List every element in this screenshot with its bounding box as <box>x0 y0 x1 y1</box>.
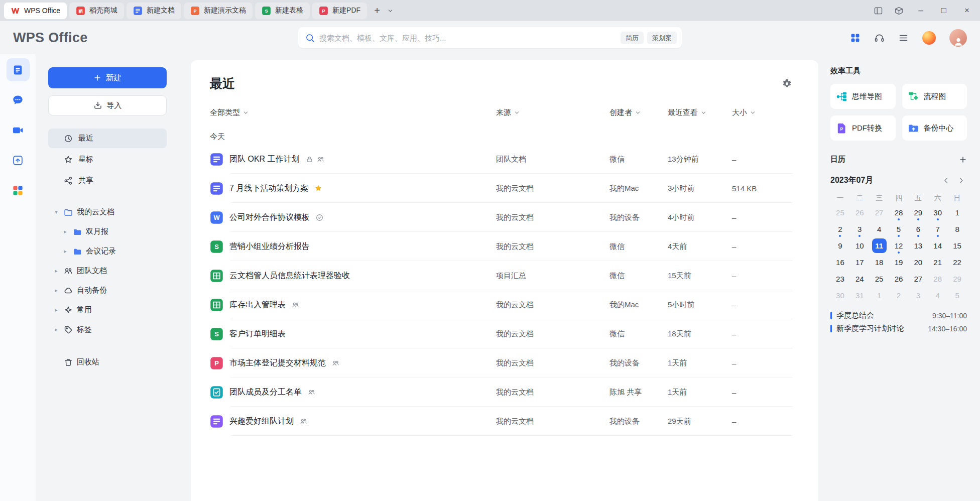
calendar-day[interactable]: 22 <box>947 254 967 271</box>
calendar-day[interactable]: 3 <box>908 287 928 304</box>
file-row[interactable]: 兴趣爱好组队计划 我的云文档 我的设备 29天前 – <box>210 407 792 436</box>
file-row[interactable]: 7 月线下活动策划方案 我的云文档 我的Mac 3小时前 514 KB <box>210 174 792 203</box>
calendar-day[interactable]: 25 <box>870 271 889 287</box>
tree-item-frequent[interactable]: ▸ 常用 <box>48 300 167 320</box>
calendar-day[interactable]: 27 <box>870 204 889 221</box>
calendar-day[interactable]: 21 <box>928 254 947 271</box>
settings-gear-icon[interactable] <box>782 78 792 89</box>
calendar-day[interactable]: 23 <box>830 271 850 287</box>
tool-flowchart[interactable]: 流程图 <box>902 84 967 109</box>
calendar-day[interactable]: 3 <box>850 221 870 237</box>
membership-button[interactable] <box>922 31 936 45</box>
tab-docer-store[interactable]: 稻 稻壳商城 <box>69 3 124 19</box>
calendar-day[interactable]: 19 <box>889 254 909 271</box>
calendar-day[interactable]: 27 <box>908 271 928 287</box>
tab-new-spreadsheet[interactable]: S 新建表格 <box>255 3 310 19</box>
calendar-day[interactable]: 18 <box>870 254 889 271</box>
calendar-day[interactable]: 2 <box>889 287 909 304</box>
calendar-day[interactable]: 28 <box>889 204 909 221</box>
close-button[interactable]: × <box>961 5 973 17</box>
calendar-day[interactable]: 20 <box>908 254 928 271</box>
calendar-day[interactable]: 1 <box>947 204 967 221</box>
rail-item-documents[interactable] <box>7 58 30 81</box>
caret-collapsed-icon[interactable]: ▸ <box>62 228 69 235</box>
calendar-day[interactable]: 15 <box>947 237 967 254</box>
sidebar-item-starred[interactable]: 星标 <box>48 150 167 169</box>
new-tab-button[interactable]: + <box>370 3 385 18</box>
calendar-day[interactable]: 5 <box>947 287 967 304</box>
tree-item-team-docs[interactable]: ▸ 团队文档 <box>48 261 167 281</box>
filter-type[interactable]: 全部类型 <box>210 108 249 117</box>
caret-collapsed-icon[interactable]: ▸ <box>53 326 60 333</box>
calendar-day[interactable]: 16 <box>830 254 850 271</box>
rail-item-app-center[interactable] <box>7 179 30 202</box>
file-row[interactable]: S 营销小组业绩分析报告 我的云文档 微信 4天前 – <box>210 232 792 261</box>
calendar-day[interactable]: 25 <box>830 204 850 221</box>
calendar-day[interactable]: 29 <box>908 204 928 221</box>
calendar-day[interactable]: 11 <box>870 237 889 254</box>
account-avatar-button[interactable] <box>949 29 967 47</box>
calendar-day[interactable]: 26 <box>889 271 909 287</box>
sidebar-item-shared[interactable]: 共享 <box>48 171 167 190</box>
caret-collapsed-icon[interactable]: ▸ <box>53 287 60 294</box>
tab-new-document[interactable]: 新建文档 <box>127 3 181 19</box>
caret-collapsed-icon[interactable]: ▸ <box>53 307 60 313</box>
file-row[interactable]: P 市场主体登记提交材料规范 我的云文档 我的设备 1天前 – <box>210 348 792 378</box>
apps-launcher-button[interactable] <box>850 33 861 43</box>
workspace-box-icon[interactable] <box>894 6 904 16</box>
add-event-button[interactable] <box>959 156 967 164</box>
tab-new-presentation[interactable]: P 新建演示文稿 <box>184 3 253 19</box>
rail-item-messages[interactable] <box>7 88 30 111</box>
calendar-event[interactable]: 季度总结会 9:30–11:00 <box>830 311 967 320</box>
calendar-day[interactable]: 6 <box>908 221 928 237</box>
file-row[interactable]: 库存出入管理表 我的云文档 我的Mac 5小时前 – <box>210 290 792 319</box>
tree-item-auto-backup[interactable]: ▸ 自动备份 <box>48 281 167 300</box>
new-document-button[interactable]: 新建 <box>48 67 167 88</box>
filter-creator[interactable]: 创建者 <box>609 108 641 117</box>
filter-size[interactable]: 大小 <box>732 108 756 117</box>
calendar-day[interactable]: 4 <box>928 287 947 304</box>
layout-toggle-icon[interactable] <box>874 6 883 16</box>
calendar-day[interactable]: 26 <box>850 204 870 221</box>
file-row[interactable]: W 公司对外合作协议模板 我的云文档 我的设备 4小时前 – <box>210 203 792 232</box>
calendar-day[interactable]: 30 <box>928 204 947 221</box>
sidebar-item-recent[interactable]: 最近 <box>48 129 167 148</box>
calendar-day[interactable]: 8 <box>947 221 967 237</box>
import-button[interactable]: 导入 <box>48 95 167 115</box>
file-row[interactable]: 云文档管人员信息统计表理器验收 项目汇总 微信 15天前 – <box>210 261 792 290</box>
calendar-day[interactable]: 7 <box>928 221 947 237</box>
tree-item-meeting-notes[interactable]: ▸ 会议记录 <box>48 241 167 261</box>
tool-mindmap[interactable]: 思维导图 <box>830 84 896 109</box>
tool-backup-center[interactable]: 备份中心 <box>902 115 967 141</box>
rail-item-meetings[interactable] <box>7 118 30 142</box>
calendar-day[interactable]: 14 <box>928 237 947 254</box>
calendar-day[interactable]: 4 <box>870 221 889 237</box>
calendar-day[interactable]: 31 <box>850 287 870 304</box>
tool-pdf-convert[interactable]: P PDF转换 <box>830 115 896 141</box>
calendar-next-button[interactable] <box>955 174 967 186</box>
search-shortcut-chip[interactable]: 简历 <box>621 32 644 44</box>
file-row[interactable]: S 客户订单明细表 我的云文档 微信 18天前 – <box>210 319 792 348</box>
global-search[interactable]: 简历策划案 <box>298 27 682 48</box>
calendar-prev-button[interactable] <box>940 174 952 186</box>
minimize-button[interactable]: – <box>915 5 927 17</box>
calendar-day[interactable]: 12 <box>889 237 909 254</box>
maximize-button[interactable]: □ <box>938 5 950 17</box>
filter-last-viewed[interactable]: 最近查看 <box>668 108 707 117</box>
caret-collapsed-icon[interactable]: ▸ <box>62 248 69 255</box>
calendar-event[interactable]: 新季度学习计划讨论 14:30–16:00 <box>830 324 967 333</box>
calendar-day[interactable]: 5 <box>889 221 909 237</box>
main-menu-button[interactable] <box>898 33 909 43</box>
rail-item-cloud-transfer[interactable] <box>7 149 30 172</box>
tab-new-pdf[interactable]: P 新建PDF <box>312 3 367 19</box>
calendar-day[interactable]: 28 <box>928 271 947 287</box>
tab-home[interactable]: WPS Office <box>4 3 67 19</box>
tree-item-labels[interactable]: ▸ 标签 <box>48 320 167 339</box>
calendar-day[interactable]: 17 <box>850 254 870 271</box>
tree-item-bimonthly-report[interactable]: ▸ 双月报 <box>48 222 167 241</box>
caret-expanded-icon[interactable]: ▾ <box>53 209 60 215</box>
caret-collapsed-icon[interactable]: ▸ <box>53 268 60 274</box>
file-row[interactable]: 团队 OKR 工作计划 团队文档 微信 13分钟前 – <box>210 145 792 174</box>
calendar-day[interactable]: 2 <box>830 221 850 237</box>
sidebar-item-recycle-bin[interactable]: 回收站 <box>48 352 167 372</box>
